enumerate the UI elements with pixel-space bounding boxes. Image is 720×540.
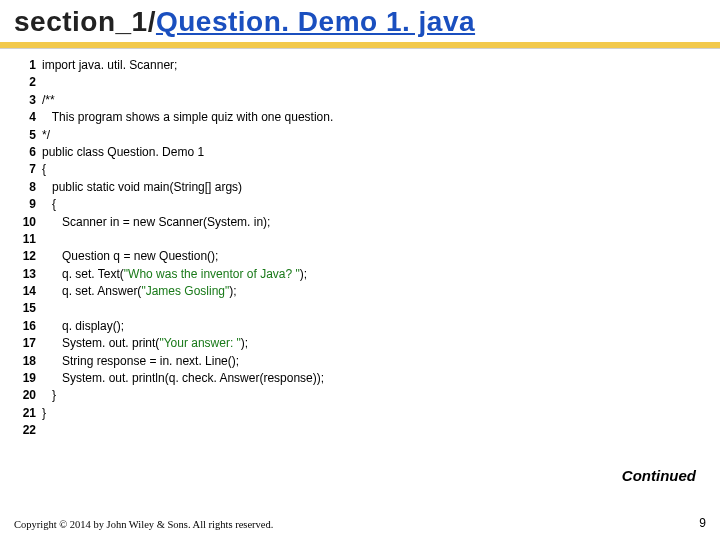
title-prefix: section_1/ — [14, 6, 156, 37]
code-line: 21} — [14, 405, 706, 422]
line-number: 2 — [14, 74, 42, 91]
page-number: 9 — [699, 516, 706, 530]
line-number: 12 — [14, 248, 42, 265]
line-number: 19 — [14, 370, 42, 387]
title-link[interactable]: Question. Demo 1. java — [156, 6, 475, 37]
code-text: { — [42, 161, 46, 178]
code-text: */ — [42, 127, 50, 144]
code-text: q. set. Answer("James Gosling"); — [42, 283, 237, 300]
code-line: 12 Question q = new Question(); — [14, 248, 706, 265]
line-number: 16 — [14, 318, 42, 335]
slide-title: section_1/Question. Demo 1. java — [0, 0, 720, 38]
code-text: String response = in. next. Line(); — [42, 353, 239, 370]
line-number: 14 — [14, 283, 42, 300]
continued-label: Continued — [622, 467, 696, 484]
line-number: 4 — [14, 109, 42, 126]
code-line: 3/** — [14, 92, 706, 109]
code-line: 1import java. util. Scanner; — [14, 57, 706, 74]
code-line: 9 { — [14, 196, 706, 213]
code-text: Scanner in = new Scanner(System. in); — [42, 214, 270, 231]
code-text: import java. util. Scanner; — [42, 57, 177, 74]
code-text: /** — [42, 92, 55, 109]
code-text: This program shows a simple quiz with on… — [42, 109, 333, 126]
code-line: 16 q. display(); — [14, 318, 706, 335]
line-number: 3 — [14, 92, 42, 109]
code-line: 10 Scanner in = new Scanner(System. in); — [14, 214, 706, 231]
code-listing: 1import java. util. Scanner;23/**4 This … — [0, 49, 720, 440]
line-number: 13 — [14, 266, 42, 283]
line-number: 7 — [14, 161, 42, 178]
line-number: 15 — [14, 300, 42, 317]
code-line: 11 — [14, 231, 706, 248]
line-number: 18 — [14, 353, 42, 370]
code-line: 18 String response = in. next. Line(); — [14, 353, 706, 370]
code-text: public static void main(String[] args) — [42, 179, 242, 196]
code-text: Question q = new Question(); — [42, 248, 218, 265]
line-number: 20 — [14, 387, 42, 404]
code-line: 6public class Question. Demo 1 — [14, 144, 706, 161]
code-text: } — [42, 387, 56, 404]
code-text: { — [42, 196, 56, 213]
line-number: 11 — [14, 231, 42, 248]
code-line: 13 q. set. Text("Who was the inventor of… — [14, 266, 706, 283]
code-line: 7{ — [14, 161, 706, 178]
code-line: 22 — [14, 422, 706, 439]
code-line: 15 — [14, 300, 706, 317]
code-line: 19 System. out. println(q. check. Answer… — [14, 370, 706, 387]
code-line: 14 q. set. Answer("James Gosling"); — [14, 283, 706, 300]
line-number: 9 — [14, 196, 42, 213]
code-line: 17 System. out. print("Your answer: "); — [14, 335, 706, 352]
line-number: 10 — [14, 214, 42, 231]
code-line: 20 } — [14, 387, 706, 404]
code-text: System. out. println(q. check. Answer(re… — [42, 370, 324, 387]
code-text: } — [42, 405, 46, 422]
code-line: 8 public static void main(String[] args) — [14, 179, 706, 196]
code-text: public class Question. Demo 1 — [42, 144, 204, 161]
code-line: 2 — [14, 74, 706, 91]
line-number: 21 — [14, 405, 42, 422]
line-number: 17 — [14, 335, 42, 352]
line-number: 8 — [14, 179, 42, 196]
line-number: 22 — [14, 422, 42, 439]
code-text: System. out. print("Your answer: "); — [42, 335, 248, 352]
copyright-text: Copyright © 2014 by John Wiley & Sons. A… — [14, 519, 273, 530]
code-line: 4 This program shows a simple quiz with … — [14, 109, 706, 126]
code-line: 5*/ — [14, 127, 706, 144]
line-number: 1 — [14, 57, 42, 74]
code-text: q. display(); — [42, 318, 124, 335]
footer: Copyright © 2014 by John Wiley & Sons. A… — [14, 516, 706, 530]
line-number: 5 — [14, 127, 42, 144]
code-text: q. set. Text("Who was the inventor of Ja… — [42, 266, 307, 283]
line-number: 6 — [14, 144, 42, 161]
title-underline — [0, 42, 720, 49]
